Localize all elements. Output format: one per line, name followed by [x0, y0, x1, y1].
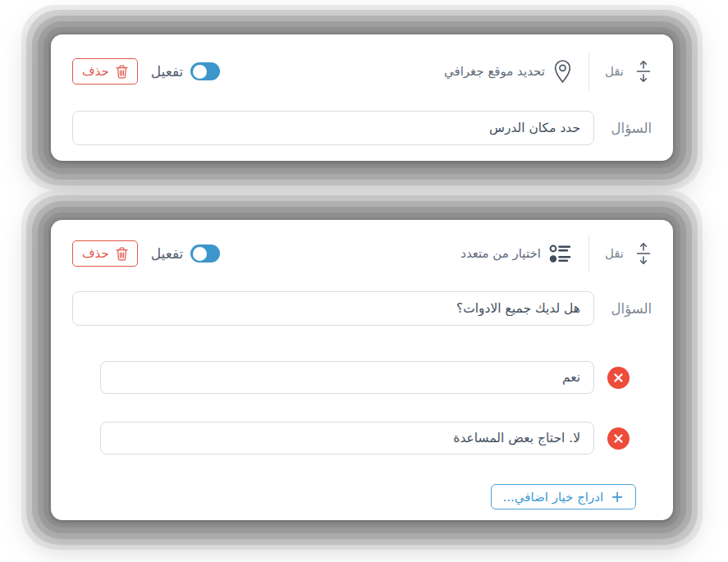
delete-label: حذف	[82, 246, 109, 261]
question-label: السؤال	[607, 121, 652, 136]
question-card-multiple-choice: نقل اختيار من متعدد تفعيل	[51, 220, 673, 520]
card-header: نقل اختيار من متعدد تفعيل	[72, 240, 652, 267]
delete-button[interactable]: حذف	[72, 58, 138, 85]
question-type-label: تحديد موقع جغرافي	[444, 64, 545, 79]
move-vertical-icon	[635, 241, 652, 266]
move-vertical-icon	[635, 59, 652, 84]
delete-label: حذف	[82, 64, 109, 79]
enable-toggle[interactable]	[190, 244, 220, 263]
option-row	[100, 422, 630, 455]
move-label: نقل	[605, 246, 624, 261]
map-pin-icon	[552, 59, 573, 84]
add-option-button[interactable]: + ادراج خيار اضافي...	[491, 484, 636, 509]
header-divider	[588, 235, 589, 272]
question-row: السؤال	[72, 291, 652, 326]
enable-toggle-group: تفعيل	[151, 62, 221, 80]
page-background: { "colors": { "toggle_blue": "#3c96cb", …	[0, 0, 728, 562]
enable-toggle[interactable]	[190, 62, 220, 80]
add-option-row: + ادراج خيار اضافي...	[72, 484, 652, 509]
move-handle[interactable]: نقل	[605, 241, 652, 266]
header-divider	[588, 53, 589, 90]
add-option-label: ادراج خيار اضافي...	[503, 490, 604, 505]
question-input[interactable]	[72, 291, 594, 326]
option-row	[100, 361, 630, 394]
option-input[interactable]	[100, 361, 594, 394]
question-card-location: نقل تحديد موقع جغرافي تفعيل	[51, 34, 673, 161]
trash-icon	[116, 65, 128, 79]
trash-icon	[116, 247, 128, 261]
question-input[interactable]	[72, 111, 594, 145]
move-handle[interactable]: نقل	[605, 59, 652, 84]
multiple-choice-icon	[548, 242, 573, 266]
enable-toggle-group: تفعيل	[151, 244, 221, 263]
card-header: نقل تحديد موقع جغرافي تفعيل	[72, 57, 652, 85]
option-input[interactable]	[100, 422, 594, 455]
move-label: نقل	[605, 64, 624, 79]
question-type: اختيار من متعدد	[460, 242, 573, 266]
delete-button[interactable]: حذف	[72, 240, 138, 267]
question-type: تحديد موقع جغرافي	[444, 59, 573, 84]
close-icon	[613, 372, 624, 383]
close-icon	[613, 433, 624, 444]
enable-label: تفعيل	[151, 245, 184, 262]
remove-option-button[interactable]	[607, 427, 630, 450]
enable-label: تفعيل	[151, 63, 184, 80]
question-label: السؤال	[607, 301, 652, 317]
question-row: السؤال	[72, 111, 652, 145]
question-type-label: اختيار من متعدد	[460, 246, 541, 261]
plus-icon: +	[611, 489, 624, 505]
remove-option-button[interactable]	[607, 367, 630, 389]
